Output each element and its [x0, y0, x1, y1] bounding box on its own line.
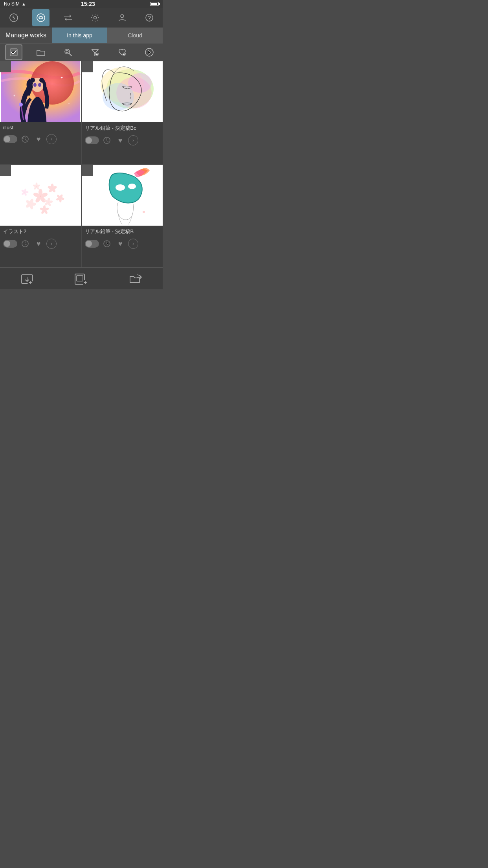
- transfer-icon-btn[interactable]: [59, 9, 77, 26]
- work-corner-1: [0, 61, 11, 72]
- work-actions-4: ♥ ›: [82, 237, 163, 252]
- work-corner-4: [82, 165, 93, 176]
- work-detail-4[interactable]: ›: [128, 239, 138, 249]
- work-toggle-1[interactable]: [3, 135, 17, 143]
- status-bar: No SIM ▲ 15:23: [0, 0, 163, 8]
- work-fav-1[interactable]: ♥: [33, 134, 44, 145]
- svg-point-20: [38, 83, 41, 87]
- work-toggle-3[interactable]: [3, 240, 17, 248]
- works-grid: ✦ ✦ ✦ illust ♥ ›: [0, 61, 163, 267]
- work-title-1: illust: [0, 122, 81, 132]
- work-card-2[interactable]: リアル鉛筆 - 決定稿Bc ♥ ›: [82, 61, 163, 164]
- work-detail-3[interactable]: ›: [46, 239, 57, 249]
- folder-btn[interactable]: [32, 44, 50, 60]
- tab-bar: Manage works In this app Cloud: [0, 28, 163, 43]
- svg-point-22: [19, 103, 23, 107]
- import-btn[interactable]: [15, 272, 39, 286]
- work-detail-2[interactable]: ›: [128, 135, 138, 145]
- svg-point-10: [66, 50, 68, 53]
- filter-btn[interactable]: [86, 44, 104, 60]
- svg-text:✦: ✦: [60, 75, 63, 80]
- work-actions-1: ♥ ›: [0, 132, 81, 148]
- work-title-4: リアル鉛筆 - 決定稿B: [82, 226, 163, 237]
- clip-studio-icon-btn[interactable]: [32, 9, 50, 26]
- svg-rect-95: [77, 276, 83, 281]
- works-toolbar: [0, 43, 163, 61]
- status-right: [150, 2, 159, 6]
- more-btn[interactable]: [141, 44, 158, 60]
- tab-buttons: In this app Cloud: [52, 28, 163, 43]
- work-thumb-4: [82, 165, 163, 226]
- work-history-3[interactable]: [20, 238, 31, 249]
- work-corner-2: [82, 61, 93, 72]
- work-fav-3[interactable]: ♥: [33, 238, 44, 249]
- fav-filter-btn[interactable]: [114, 44, 131, 60]
- top-nav: [0, 8, 163, 28]
- help-icon-btn[interactable]: [141, 9, 158, 26]
- work-card-4[interactable]: リアル鉛筆 - 決定稿B ♥ ›: [82, 165, 163, 267]
- work-thumb-1: ✦ ✦ ✦: [0, 61, 81, 122]
- add-work-btn[interactable]: [70, 272, 93, 286]
- cloud-tab[interactable]: Cloud: [107, 28, 163, 43]
- svg-point-32: [128, 73, 152, 93]
- svg-point-4: [121, 15, 124, 18]
- svg-point-3: [94, 17, 96, 19]
- work-toggle-2[interactable]: [85, 136, 99, 144]
- sketch-icon-btn[interactable]: [5, 9, 22, 26]
- manage-works-label: Manage works: [0, 32, 52, 39]
- svg-text:✦: ✦: [68, 103, 70, 105]
- work-actions-3: ♥ ›: [0, 237, 81, 252]
- svg-point-85: [116, 184, 125, 191]
- in-app-tab[interactable]: In this app: [52, 28, 107, 43]
- work-history-1[interactable]: [20, 134, 31, 145]
- svg-point-87: [143, 211, 145, 213]
- svg-point-6: [149, 20, 150, 20]
- user-icon-btn[interactable]: [114, 9, 131, 26]
- work-thumb-3: [0, 165, 81, 226]
- work-card-3[interactable]: イラスト2 ♥ ›: [0, 165, 81, 267]
- wifi-icon: ▲: [22, 2, 26, 6]
- work-toggle-4[interactable]: [85, 240, 99, 248]
- svg-point-1: [37, 14, 45, 22]
- svg-point-86: [128, 184, 136, 189]
- export-folder-btn[interactable]: [124, 272, 147, 286]
- status-left: No SIM ▲: [4, 1, 26, 7]
- search-btn[interactable]: [59, 44, 77, 60]
- work-thumb-2: [82, 61, 163, 122]
- battery-icon: [150, 2, 159, 6]
- svg-point-19: [33, 83, 37, 87]
- select-all-btn[interactable]: [5, 44, 22, 60]
- bottom-bar: [0, 267, 163, 289]
- work-corner-3: [0, 165, 11, 176]
- settings-icon-btn[interactable]: [86, 9, 104, 26]
- work-fav-2[interactable]: ♥: [115, 135, 126, 146]
- carrier-label: No SIM: [4, 1, 20, 7]
- svg-point-2: [40, 17, 42, 19]
- time-label: 15:23: [81, 1, 95, 7]
- svg-point-8: [65, 49, 70, 54]
- work-history-4[interactable]: [101, 238, 112, 249]
- work-title-3: イラスト2: [0, 226, 81, 237]
- work-fav-4[interactable]: ♥: [115, 238, 126, 249]
- work-actions-2: ♥ ›: [82, 133, 163, 149]
- svg-line-9: [69, 53, 72, 56]
- work-detail-1[interactable]: ›: [46, 134, 57, 144]
- work-card-1[interactable]: ✦ ✦ ✦ illust ♥ ›: [0, 61, 81, 164]
- work-title-2: リアル鉛筆 - 決定稿Bc: [82, 122, 163, 133]
- svg-text:✦: ✦: [13, 94, 16, 97]
- work-history-2[interactable]: [101, 135, 112, 146]
